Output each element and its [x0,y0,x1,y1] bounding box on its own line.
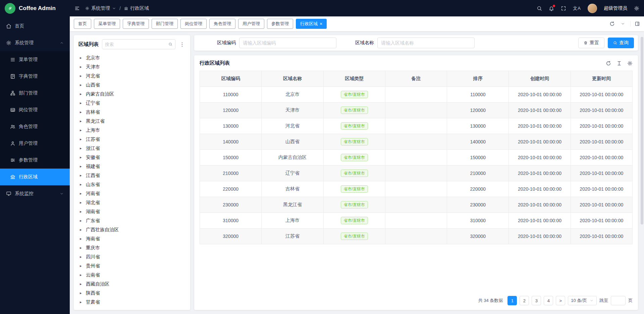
tree-expand-caret-icon[interactable]: ▸ [80,65,83,69]
tab[interactable]: 首页 [74,19,91,29]
tab-close-icon[interactable]: × [320,21,322,26]
tree-node[interactable]: ▸ 北京市 [78,53,185,62]
tree-expand-caret-icon[interactable]: ▸ [80,237,83,241]
tree-node[interactable]: ▸ 广西壮族自治区 [78,225,185,234]
jump-page-input[interactable] [611,296,626,305]
table-row[interactable]: 140000 山西省 省市/直辖市 140000 2020-10-01 00:0… [200,134,633,150]
sidebar-item-menu-management[interactable]: 菜单管理 [0,51,70,68]
tree-node[interactable]: ▸ 福建省 [78,162,185,171]
tab[interactable]: 参数管理 [267,19,293,29]
tree-node[interactable]: ▸ 西藏自治区 [78,279,185,289]
tree-expand-caret-icon[interactable]: ▸ [80,182,83,187]
tree-node[interactable]: ▸ 四川省 [78,252,185,261]
tree-expand-caret-icon[interactable]: ▸ [80,218,83,223]
tree-node[interactable]: ▸ 江苏省 [78,135,185,144]
page-size-select[interactable]: 10 条/页 [568,296,597,305]
sidebar-item-monitor[interactable]: 系统监控 [0,185,70,202]
tree-node[interactable]: ▸ 重庆市 [78,243,185,252]
translate-icon[interactable]: 文A [573,5,581,11]
refresh-tabs-icon[interactable] [609,21,615,26]
pagination-page-button[interactable]: 4 [544,296,553,305]
tree-node[interactable]: ▸ 陕西省 [78,289,185,298]
tree-node[interactable]: ▸ 辽宁省 [78,99,185,108]
table-row[interactable]: 230000 黑龙江省 省市/直辖市 230000 2020-10-01 00:… [200,197,633,213]
table-refresh-icon[interactable] [606,61,611,66]
tree-node[interactable]: ▸ 江西省 [78,171,185,180]
tree-node[interactable]: ▸ 上海市 [78,126,185,135]
tree-expand-caret-icon[interactable]: ▸ [80,101,83,105]
sidebar-item-post-management[interactable]: 岗位管理 [0,102,70,118]
settings-gear-icon[interactable] [634,6,639,11]
tree-expand-caret-icon[interactable]: ▸ [80,56,83,60]
sidebar-item-user-management[interactable]: 用户管理 [0,135,70,152]
sidebar-item-region-management[interactable]: 行政区域 [0,169,70,185]
tree-node[interactable]: ▸ 黑龙江省 [78,117,185,126]
pagination-page-button[interactable]: 3 [532,296,541,305]
tree-expand-caret-icon[interactable]: ▸ [80,246,83,250]
tree-expand-caret-icon[interactable]: ▸ [80,137,83,141]
tree-node[interactable]: ▸ 山东省 [78,180,185,189]
pagination-next-button[interactable]: > [556,296,565,305]
sidebar-item-role-management[interactable]: 角色管理 [0,118,70,135]
tree-expand-caret-icon[interactable]: ▸ [80,128,83,132]
notifications-bell-icon[interactable] [549,6,554,11]
table-row[interactable]: 310000 上海市 省市/直辖市 310000 2020-10-01 00:0… [200,213,633,229]
column-settings-gear-icon[interactable] [627,61,633,66]
tree-search-input[interactable] [105,42,166,47]
table-row[interactable]: 120000 天津市 省市/直辖市 120000 2020-10-01 00:0… [200,103,633,118]
tree-expand-caret-icon[interactable]: ▸ [80,228,83,232]
tree-node[interactable]: ▸ 甘肃省 [78,298,185,306]
tree-node[interactable]: ▸ 海南省 [78,234,185,243]
table-row[interactable]: 320000 江苏省 省市/直辖市 320000 2020-10-01 00:0… [200,229,633,244]
tree-expand-caret-icon[interactable]: ▸ [80,300,83,304]
tree-expand-caret-icon[interactable]: ▸ [80,200,83,205]
tree-node[interactable]: ▸ 湖北省 [78,198,185,207]
tree-node[interactable]: ▸ 广东省 [78,216,185,225]
tree-node[interactable]: ▸ 天津市 [78,62,185,71]
tab[interactable]: 菜单管理 [94,19,120,29]
table-row[interactable]: 130000 河北省 省市/直辖市 130000 2020-10-01 00:0… [200,118,633,134]
region-name-input[interactable] [377,38,475,48]
tree-expand-caret-icon[interactable]: ▸ [80,264,83,268]
tree-expand-caret-icon[interactable]: ▸ [80,282,83,286]
sidebar-item-home[interactable]: 首页 [0,18,70,35]
tree-expand-caret-icon[interactable]: ▸ [80,74,83,78]
tab[interactable]: 用户管理 [238,19,264,29]
sidebar-item-parameter-management[interactable]: 参数管理 [0,152,70,169]
pagination-page-button[interactable]: 2 [520,296,529,305]
tab[interactable]: 角色管理 [209,19,235,29]
tree-expand-caret-icon[interactable]: ▸ [80,110,83,114]
tree-node[interactable]: ▸ 湖南省 [78,207,185,216]
pagination-page-button[interactable]: 1 [507,296,517,305]
tree-expand-caret-icon[interactable]: ▸ [80,273,83,277]
region-code-input[interactable] [239,38,336,48]
sidebar-collapse-icon[interactable] [74,6,80,11]
user-avatar[interactable] [588,4,597,13]
reset-button[interactable]: 重置 [578,38,604,48]
window-scrollbar[interactable] [641,37,643,225]
user-name[interactable]: 超级管理员 [604,5,627,11]
search-icon[interactable] [537,6,542,11]
tree-expand-caret-icon[interactable]: ▸ [80,146,83,150]
tree-node[interactable]: ▸ 安徽省 [78,153,185,162]
tree-expand-caret-icon[interactable]: ▸ [80,255,83,259]
sidebar-item-dictionary-management[interactable]: 字典管理 [0,68,70,85]
tree-node[interactable]: ▸ 河南省 [78,189,185,198]
tree-expand-caret-icon[interactable]: ▸ [80,155,83,160]
sidebar-item-department-management[interactable]: 部门管理 [0,85,70,102]
row-height-icon[interactable] [616,61,622,66]
sidebar-item-system[interactable]: 系统管理 [0,35,70,51]
more-options-icon[interactable]: ⋮ [179,41,185,48]
app-logo[interactable]: Coffee Admin [0,0,70,16]
query-button[interactable]: 查询 [608,38,634,48]
tab[interactable]: 岗位管理 [180,19,207,29]
tree-expand-caret-icon[interactable]: ▸ [80,209,83,214]
tree-node[interactable]: ▸ 山西省 [78,80,185,89]
tree-node[interactable]: ▸ 浙江省 [78,144,185,153]
tree-expand-caret-icon[interactable]: ▸ [80,119,83,123]
tab-actions-chevron-icon[interactable] [621,22,625,26]
table-row[interactable]: 110000 北京市 省市/直辖市 110000 2020-10-01 00:0… [200,87,633,103]
tree-node[interactable]: ▸ 云南省 [78,270,185,279]
tree-node[interactable]: ▸ 贵州省 [78,261,185,270]
table-row[interactable]: 210000 辽宁省 省市/直辖市 210000 2020-10-01 00:0… [200,166,633,181]
